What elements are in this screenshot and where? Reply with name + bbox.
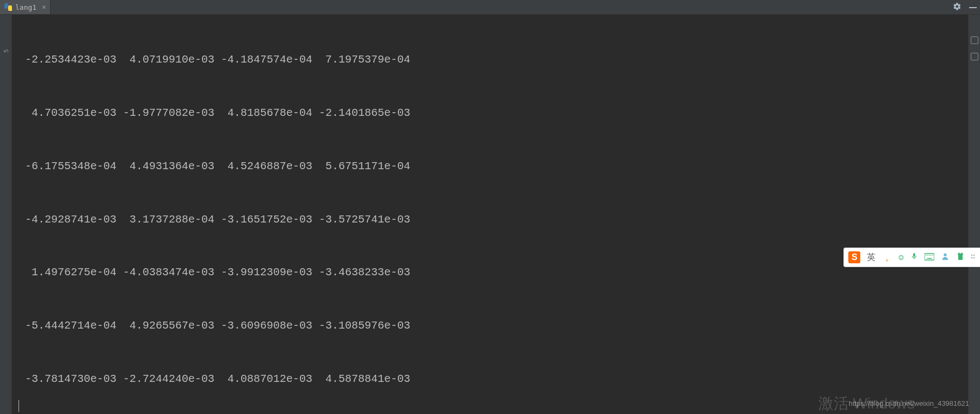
- close-icon[interactable]: ×: [42, 3, 46, 11]
- svg-rect-3: [929, 255, 930, 256]
- output-line: -3.7814730e-03 -2.7244240e-03 4.0887012e…: [19, 370, 961, 388]
- left-tool-gutter: 5: [0, 15, 12, 414]
- gear-icon[interactable]: [953, 2, 961, 13]
- tab-lang1[interactable]: lang1 ×: [0, 0, 51, 14]
- tab-label: lang1: [15, 3, 36, 11]
- output-line: -4.2928741e-03 3.1737288e-04 -3.1651752e…: [19, 211, 961, 229]
- right-gutter-icon-1[interactable]: [971, 36, 978, 44]
- titlebar-actions: [953, 0, 977, 15]
- ime-punct-icon[interactable]: ，: [882, 251, 892, 264]
- svg-rect-2: [927, 255, 928, 256]
- gutter-label[interactable]: 5: [3, 45, 10, 57]
- keyboard-icon[interactable]: [924, 253, 934, 262]
- microphone-icon[interactable]: [910, 252, 918, 263]
- svg-rect-0: [924, 254, 934, 260]
- right-gutter-icon-2[interactable]: [971, 53, 978, 60]
- output-line: -2.2534423e-03 4.0719910e-03 -4.1847574e…: [19, 51, 961, 69]
- svg-rect-1: [926, 255, 927, 256]
- skin-icon[interactable]: [956, 252, 965, 263]
- right-tool-gutter: [968, 15, 980, 414]
- output-line: 4.7036251e-03 -1.9777082e-03 4.8185678e-…: [19, 104, 961, 122]
- toolbox-icon[interactable]: [971, 255, 976, 260]
- svg-point-7: [944, 254, 946, 256]
- user-icon[interactable]: [941, 252, 950, 263]
- emoji-icon[interactable]: ☺: [898, 252, 904, 263]
- svg-rect-4: [930, 255, 932, 256]
- output-line: -6.1755348e-04 4.4931364e-03 4.5246887e-…: [19, 158, 961, 176]
- output-line: 1.4976275e-04 -4.0383474e-03 -3.9912309e…: [19, 264, 961, 282]
- sogou-logo-icon[interactable]: S: [848, 251, 860, 263]
- text-caret: [19, 400, 19, 412]
- tab-bar: lang1 ×: [0, 0, 980, 15]
- svg-rect-5: [932, 255, 933, 256]
- output-line: -5.4442714e-04 4.9265567e-03 -3.6096908e…: [19, 317, 961, 335]
- python-file-icon: [4, 3, 12, 11]
- minimize-icon[interactable]: [969, 7, 977, 8]
- svg-rect-6: [927, 258, 932, 259]
- ime-lang-indicator[interactable]: 英: [867, 252, 876, 263]
- sogou-ime-toolbar[interactable]: S 英 ， ☺: [843, 248, 980, 267]
- run-console-output[interactable]: -2.2534423e-03 4.0719910e-03 -4.1847574e…: [12, 15, 968, 414]
